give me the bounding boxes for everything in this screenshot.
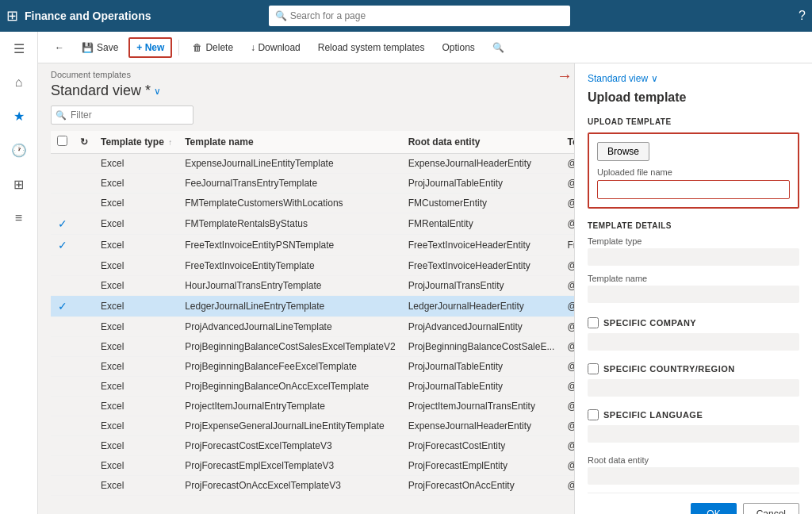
title-chevron-icon[interactable]: ∨ (154, 86, 161, 97)
delete-button[interactable]: 🗑 Delete (186, 38, 240, 57)
table-row[interactable]: ExcelProjBeginningBalanceOnAccExcelTempl… (51, 377, 574, 397)
row-root: ProjectItemJournalTransEntity (402, 397, 561, 416)
row-name: ProjAdvancedJournalLineTemplate (178, 317, 402, 337)
table-row[interactable]: ExcelFreeTextInvoiceEntityTemplateFreeTe… (51, 256, 574, 276)
row-checkbox-cell[interactable] (51, 377, 74, 397)
specific-country-checkbox[interactable] (588, 363, 599, 374)
row-name: ProjExpenseGeneralJournalLineEntityTempl… (178, 416, 402, 436)
specific-language-checkbox[interactable] (588, 409, 599, 420)
table-row[interactable]: ExcelProjExpenseGeneralJournalLineEntity… (51, 416, 574, 436)
table-row[interactable]: ExcelProjBeginningBalanceCostSalesExcelT… (51, 337, 574, 357)
table-row[interactable]: ExcelFMTemplateCustomersWithLocationsFMC… (51, 194, 574, 213)
sidebar-menu-icon[interactable]: ☰ (10, 38, 28, 59)
table-row[interactable]: ExcelProjectItemJournalEntryTemplateProj… (51, 397, 574, 416)
table-row[interactable]: ExcelProjForecastOnAccExcelTemplateV3Pro… (51, 476, 574, 496)
row-checkbox-cell[interactable]: ✓ (51, 296, 74, 317)
file-name-input[interactable] (597, 180, 790, 199)
row-checkbox-cell[interactable] (51, 174, 74, 194)
browse-button[interactable]: Browse (597, 142, 649, 161)
specific-language-value (588, 425, 799, 443)
specific-company-section: SPECIFIC COMPANY (588, 317, 799, 357)
download-button[interactable]: ↓ Download (243, 38, 308, 57)
row-checkbox-cell[interactable] (51, 476, 74, 496)
specific-country-row: SPECIFIC COUNTRY/REGION (588, 363, 799, 374)
th-root-entity[interactable]: Root data entity (402, 131, 561, 154)
table-row[interactable]: ExcelFeeJournalTransEntryTemplateProjJou… (51, 174, 574, 194)
row-checkbox-cell[interactable] (51, 416, 74, 436)
row-checkbox-cell[interactable] (51, 276, 74, 296)
table-row[interactable]: ExcelProjForecastEmplExcelTemplateV3Proj… (51, 456, 574, 476)
table-row[interactable]: ExcelProjBeginningBalanceFeeExcelTemplat… (51, 357, 574, 377)
options-button[interactable]: Options (435, 38, 482, 57)
table-row[interactable]: ExcelExpenseJournalLineEntityTemplateExp… (51, 154, 574, 174)
grid-icon[interactable]: ⊞ (6, 7, 18, 25)
save-button[interactable]: 💾 Save (75, 38, 125, 57)
th-checkbox[interactable] (51, 131, 74, 154)
row-templ: @Pro (561, 174, 574, 194)
cancel-button[interactable]: Cancel (743, 503, 799, 514)
row-checkbox-cell[interactable] (51, 337, 74, 357)
toolbar-search-button[interactable]: 🔍 (485, 38, 511, 57)
table-row[interactable]: ✓ExcelFMTemplateRentalsByStatusFMRentalE… (51, 213, 574, 235)
table-row[interactable]: ExcelProjAdvancedJournalLineTemplateProj… (51, 317, 574, 337)
sidebar-home-icon[interactable]: ⌂ (12, 72, 26, 93)
row-icon-cell (74, 296, 94, 317)
row-name: ProjForecastEmplExcelTemplateV3 (178, 456, 402, 476)
sidebar-list-icon[interactable]: ⊞ (10, 174, 27, 195)
back-button[interactable]: ← (48, 38, 71, 57)
row-icon-cell (74, 456, 94, 476)
new-button[interactable]: + New (128, 37, 172, 58)
table-row[interactable]: ExcelHourJournalTransEntryTemplateProjJo… (51, 276, 574, 296)
sidebar-clock-icon[interactable]: 🕐 (8, 140, 30, 161)
row-checkbox-cell[interactable] (51, 194, 74, 213)
row-type: Excel (94, 377, 178, 397)
row-checkbox-cell[interactable] (51, 456, 74, 476)
th-template-type[interactable]: Template type ↑ (94, 131, 178, 154)
row-templ: @Pro (561, 476, 574, 496)
row-checkbox-cell[interactable] (51, 256, 74, 276)
new-btn-label: + New (136, 42, 164, 53)
help-icon[interactable]: ? (799, 9, 806, 23)
filter-input[interactable] (51, 105, 193, 125)
row-name: ProjBeginningBalanceFeeExcelTemplate (178, 357, 402, 377)
reload-button[interactable]: Reload system templates (311, 38, 432, 57)
row-type: Excel (94, 235, 178, 256)
panel-footer: OK Cancel (588, 493, 799, 514)
row-name: ProjectItemJournalEntryTemplate (178, 397, 402, 416)
table-row[interactable]: ExcelProjForecastCostExcelTemplateV3Proj… (51, 436, 574, 456)
filter-wrap: 🔍 (51, 105, 193, 125)
search-input[interactable] (290, 10, 564, 21)
row-checkbox-cell[interactable] (51, 436, 74, 456)
th-refresh[interactable]: ↻ (74, 131, 94, 154)
view-selector[interactable]: Standard view ∨ (588, 73, 799, 84)
specific-company-checkbox[interactable] (588, 317, 599, 328)
row-checkbox-cell[interactable] (51, 357, 74, 377)
delete-icon: 🗑 (193, 42, 202, 53)
table-row[interactable]: ✓ExcelFreeTextInvoiceEntityPSNTemplateFr… (51, 235, 574, 256)
row-icon-cell (74, 235, 94, 256)
row-name: ProjBeginningBalanceCostSalesExcelTempla… (178, 337, 402, 357)
row-name: ProjForecastOnAccExcelTemplateV3 (178, 476, 402, 496)
row-checkbox-cell[interactable] (51, 397, 74, 416)
row-checkbox-cell[interactable] (51, 154, 74, 174)
search-bar[interactable]: 🔍 (269, 6, 570, 26)
table-row[interactable]: ✓ExcelLedgerJournalLineEntryTemplateLedg… (51, 296, 574, 317)
row-type: Excel (94, 416, 178, 436)
topbar: ⊞ Finance and Operations 🔍 ? (0, 0, 812, 32)
th-template-name[interactable]: Template name (178, 131, 402, 154)
row-name: LedgerJournalLineEntryTemplate (178, 296, 402, 317)
row-root: FreeTextInvoiceHeaderEntity (402, 235, 561, 256)
row-checkbox-cell[interactable] (51, 317, 74, 337)
sidebar-star-icon[interactable]: ★ (10, 105, 28, 127)
row-checkbox-cell[interactable]: ✓ (51, 235, 74, 256)
sidebar-modules-icon[interactable]: ≡ (12, 208, 25, 228)
row-checkbox-cell[interactable]: ✓ (51, 213, 74, 235)
name-field: Template name (588, 274, 799, 303)
select-all-checkbox[interactable] (57, 136, 67, 146)
breadcrumb: Document templates (51, 70, 561, 79)
row-type: Excel (94, 357, 178, 377)
th-templ[interactable]: Templ... (561, 131, 574, 154)
row-templ: @Pro (561, 397, 574, 416)
ok-button[interactable]: OK (691, 503, 736, 514)
table-body: ExcelExpenseJournalLineEntityTemplateExp… (51, 154, 574, 496)
